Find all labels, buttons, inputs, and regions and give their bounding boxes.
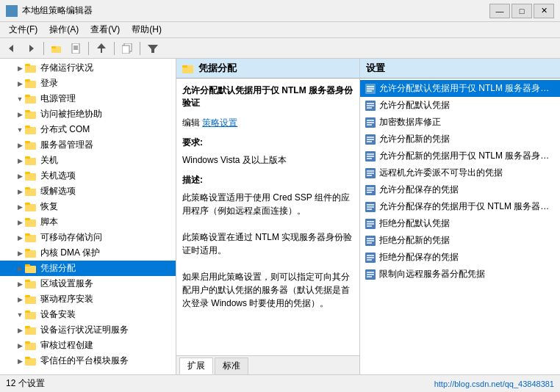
tree-expander[interactable]: ▼ bbox=[15, 125, 25, 135]
svg-rect-44 bbox=[25, 295, 30, 297]
right-panel-item[interactable]: 拒绝分配默认凭据 bbox=[360, 215, 560, 232]
folder-icon bbox=[25, 279, 38, 289]
tree-expander[interactable]: ▶ bbox=[15, 171, 25, 181]
maximize-button[interactable]: □ bbox=[511, 4, 532, 18]
svg-rect-21 bbox=[25, 127, 36, 134]
tree-item[interactable]: ▶缓解选项 bbox=[0, 184, 176, 199]
description-title: 描述: bbox=[182, 174, 353, 186]
menu-view[interactable]: 查看(V) bbox=[85, 22, 126, 37]
svg-rect-9 bbox=[101, 48, 102, 53]
status-bar: 12 个设置 http://blog.csdn.net/qq_43848381 bbox=[0, 374, 560, 392]
menu-help[interactable]: 帮助(H) bbox=[126, 22, 168, 37]
tree-item[interactable]: ▼电源管理 bbox=[0, 91, 176, 106]
tree-expander[interactable]: ▶ bbox=[15, 217, 25, 228]
filter-button[interactable] bbox=[144, 40, 162, 57]
tree-item[interactable]: ▶凭据分配 bbox=[0, 261, 176, 276]
folder-icon bbox=[25, 294, 38, 305]
svg-rect-11 bbox=[122, 46, 129, 54]
svg-rect-42 bbox=[25, 280, 30, 282]
folder-button[interactable] bbox=[48, 40, 65, 57]
tree-item[interactable]: ▶服务器管理器 bbox=[0, 137, 176, 153]
right-panel-item[interactable]: 允许分配新的凭据用于仅 NTLM 服务器身份验证 bbox=[360, 148, 560, 164]
doc-button[interactable] bbox=[67, 40, 85, 57]
svg-rect-36 bbox=[25, 233, 30, 236]
right-item-label: 允许分配默认凭据用于仅 NTLM 服务器身份验证 bbox=[379, 82, 556, 95]
tree-item[interactable]: ▶关机选项 bbox=[0, 168, 176, 184]
tree-item[interactable]: ▶关机 bbox=[0, 153, 176, 168]
tree-item[interactable]: ▶存储运行状况 bbox=[0, 60, 176, 76]
right-panel-item[interactable]: 拒绝分配保存的凭据 bbox=[360, 249, 560, 266]
copy-button[interactable] bbox=[118, 40, 136, 57]
right-panel-item[interactable]: 远程机允许委派不可导出的凭据 bbox=[360, 164, 560, 181]
tree-item-label: 缓解选项 bbox=[40, 185, 76, 197]
folder-icon bbox=[25, 156, 38, 166]
right-item-label: 拒绝分配默认凭据 bbox=[379, 217, 450, 230]
tree-expander[interactable]: ▼ bbox=[15, 94, 25, 104]
svg-rect-48 bbox=[25, 326, 30, 328]
tree-expander[interactable]: ▶ bbox=[15, 279, 25, 289]
policy-edit-link[interactable]: 策略设置 bbox=[202, 117, 237, 128]
tree-expander[interactable]: ▶ bbox=[15, 341, 25, 351]
folder-icon bbox=[25, 186, 38, 197]
tree-item[interactable]: ▶访问被拒绝协助 bbox=[0, 106, 176, 122]
tree-item[interactable]: ▶区域设置服务 bbox=[0, 276, 176, 291]
policy-item-icon bbox=[365, 184, 376, 196]
forward-button[interactable] bbox=[22, 40, 40, 57]
middle-panel-content: 允许分配默认凭据用于仅 NTLM 服务器身份验证 编辑 策略设置 要求: Win… bbox=[176, 79, 359, 355]
back-button[interactable] bbox=[3, 40, 21, 57]
tree-expander[interactable]: ▶ bbox=[15, 248, 25, 258]
policy-item-icon bbox=[365, 83, 376, 95]
right-panel-item[interactable]: 允许分配新的凭据 bbox=[360, 131, 560, 148]
svg-rect-4 bbox=[72, 43, 79, 54]
tree-item[interactable]: ▶设备运行状况证明服务 bbox=[0, 322, 176, 338]
tree-expander[interactable]: ▶ bbox=[15, 264, 25, 274]
tree-expander[interactable]: ▶ bbox=[15, 156, 25, 166]
tree-expander[interactable]: ▶ bbox=[15, 63, 25, 73]
middle-panel: 凭据分配 允许分配默认凭据用于仅 NTLM 服务器身份验证 编辑 策略设置 要求… bbox=[176, 59, 360, 374]
right-panel-item[interactable]: 加密数据库修正 bbox=[360, 114, 560, 131]
policy-item-icon bbox=[365, 134, 376, 145]
tree-item[interactable]: ▶零信任的平台模块服务 bbox=[0, 353, 176, 369]
up-button[interactable] bbox=[93, 40, 110, 57]
minimize-button[interactable]: — bbox=[489, 4, 510, 18]
tree-item[interactable]: ▶登录 bbox=[0, 76, 176, 91]
close-button[interactable]: ✕ bbox=[534, 4, 554, 18]
right-panel-item[interactable]: 限制向远程服务器分配凭据 bbox=[360, 266, 560, 283]
tree-expander[interactable]: ▶ bbox=[15, 109, 25, 120]
tree-expander[interactable]: ▶ bbox=[15, 186, 25, 197]
folder-icon bbox=[25, 202, 38, 212]
svg-rect-29 bbox=[25, 189, 36, 196]
tree-item[interactable]: ▶审核过程创建 bbox=[0, 338, 176, 353]
svg-rect-35 bbox=[25, 235, 36, 242]
tree-item[interactable]: ▶内核 DMA 保护 bbox=[0, 245, 176, 261]
tree-expander[interactable]: ▶ bbox=[15, 79, 25, 89]
tree-item-label: 存储运行状况 bbox=[40, 62, 93, 74]
right-item-label: 加密数据库修正 bbox=[379, 116, 441, 128]
tree-item[interactable]: ▼分布式 COM bbox=[0, 122, 176, 137]
menu-action[interactable]: 操作(A) bbox=[43, 22, 85, 37]
tree-expander[interactable]: ▶ bbox=[15, 294, 25, 305]
menu-file[interactable]: 文件(F) bbox=[3, 22, 43, 37]
tab-expand[interactable]: 扩展 bbox=[179, 357, 213, 374]
tree-expander[interactable]: ▼ bbox=[15, 310, 25, 320]
tree-item[interactable]: ▶可移动存储访问 bbox=[0, 230, 176, 245]
svg-rect-13 bbox=[25, 65, 36, 73]
tree-expander[interactable]: ▶ bbox=[15, 202, 25, 212]
svg-rect-38 bbox=[25, 249, 30, 251]
right-panel-item[interactable]: 允许分配默认凭据 bbox=[360, 97, 560, 114]
tree-expander[interactable]: ▶ bbox=[15, 356, 25, 366]
tree-expander[interactable]: ▶ bbox=[15, 325, 25, 335]
tree-item[interactable]: ▶恢复 bbox=[0, 199, 176, 214]
description-section: 描述: 此策略设置适用于使用 Cred SSP 组件的应用程序（例如远程桌面连接… bbox=[182, 174, 353, 310]
tree-expander[interactable]: ▶ bbox=[15, 140, 25, 150]
tree-item[interactable]: ▼设备安装 bbox=[0, 307, 176, 322]
tree-item[interactable]: ▶驱动程序安装 bbox=[0, 291, 176, 307]
tree-expander[interactable]: ▶ bbox=[15, 233, 25, 243]
right-panel-item[interactable]: 允许分配默认凭据用于仅 NTLM 服务器身份验证 bbox=[360, 80, 560, 97]
tab-standard[interactable]: 标准 bbox=[215, 357, 248, 374]
right-panel-item[interactable]: 允许分配保存的凭据用于仅 NTLM 服务器身份份 bbox=[360, 198, 560, 215]
right-panel-item[interactable]: 允许分配保存的凭据 bbox=[360, 181, 560, 198]
tree-item[interactable]: ▶脚本 bbox=[0, 214, 176, 230]
right-item-label: 允许分配新的凭据用于仅 NTLM 服务器身份验证 bbox=[379, 150, 556, 162]
right-panel-item[interactable]: 拒绝分配新的凭据 bbox=[360, 232, 560, 249]
